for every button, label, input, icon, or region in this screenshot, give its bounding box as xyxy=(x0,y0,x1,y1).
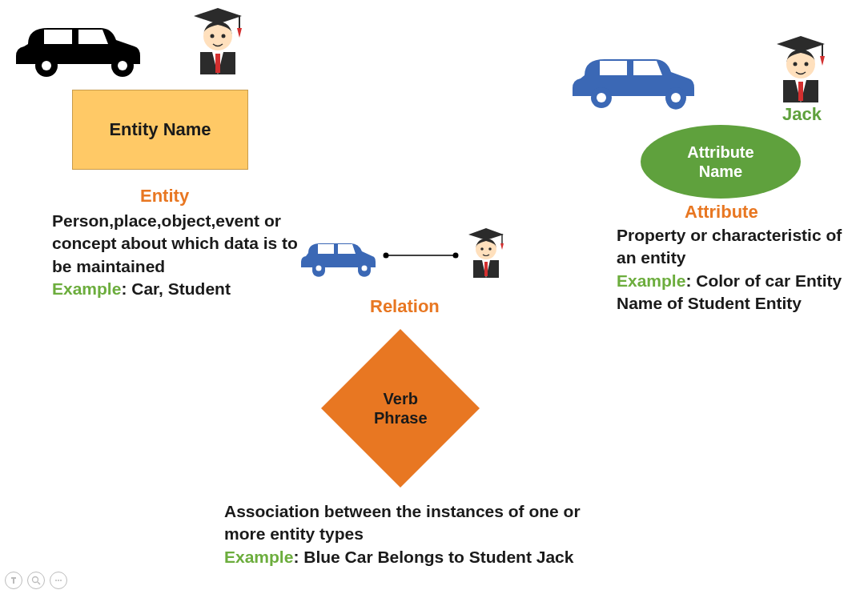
diamond-label-2: Phrase xyxy=(374,409,428,427)
svg-point-23 xyxy=(316,266,322,271)
black-car-icon xyxy=(8,8,144,84)
svg-rect-30 xyxy=(484,262,488,276)
svg-point-8 xyxy=(222,34,226,38)
svg-point-19 xyxy=(805,62,809,66)
svg-point-3 xyxy=(118,61,127,70)
attribute-ellipse-label-1: Attribute xyxy=(687,142,753,162)
relation-example-text: : Blue Car Belongs to Student Jack xyxy=(293,548,573,566)
attribute-description: Property or characteristic of an entity … xyxy=(617,224,857,315)
svg-rect-20 xyxy=(798,42,803,46)
svg-point-36 xyxy=(33,577,38,583)
svg-point-39 xyxy=(58,580,59,581)
attribute-ellipse-label-2: Name xyxy=(699,162,742,181)
entity-title: Entity xyxy=(140,186,189,207)
svg-point-14 xyxy=(671,93,681,102)
relation-title: Relation xyxy=(370,296,440,317)
svg-point-40 xyxy=(60,580,62,581)
svg-point-27 xyxy=(384,253,389,259)
entity-description: Person,place,object,event or concept abo… xyxy=(52,210,308,300)
attribute-ellipse: Attribute Name xyxy=(641,125,801,199)
svg-rect-9 xyxy=(215,14,220,18)
svg-point-28 xyxy=(453,253,459,259)
svg-point-18 xyxy=(794,62,798,66)
svg-rect-34 xyxy=(484,233,488,236)
svg-line-37 xyxy=(38,582,40,584)
attribute-title: Attribute xyxy=(685,202,758,223)
small-student-icon xyxy=(463,226,509,279)
student-icon xyxy=(186,4,250,76)
relation-diamond: Verb Phrase xyxy=(320,328,480,488)
svg-rect-5 xyxy=(215,54,220,73)
svg-point-33 xyxy=(488,247,492,251)
bottom-toolbar xyxy=(5,572,67,589)
blue-car-icon xyxy=(565,42,697,115)
svg-rect-16 xyxy=(798,82,803,101)
entity-example-label: Example xyxy=(52,279,121,298)
relation-example-label: Example xyxy=(224,548,293,566)
more-icon[interactable] xyxy=(50,572,67,589)
entity-example-text: : Car, Student xyxy=(121,279,231,298)
entity-box-label: Entity Name xyxy=(109,119,211,140)
tool-icon-1[interactable] xyxy=(5,572,22,589)
attribute-example-label: Example xyxy=(617,271,685,290)
small-blue-car-icon xyxy=(296,232,376,280)
student-jack-icon xyxy=(769,32,833,104)
svg-point-12 xyxy=(597,93,606,102)
entity-rectangle: Entity Name xyxy=(72,90,248,170)
svg-point-38 xyxy=(55,580,57,581)
svg-point-7 xyxy=(211,34,215,38)
jack-label: Jack xyxy=(782,104,822,125)
relation-connector-line xyxy=(383,248,459,256)
diamond-label-1: Verb xyxy=(383,390,417,407)
relation-description: Association between the instances of one… xyxy=(224,500,625,568)
svg-point-1 xyxy=(42,61,51,70)
svg-point-25 xyxy=(362,266,368,271)
zoom-icon[interactable] xyxy=(27,572,45,589)
svg-point-32 xyxy=(480,247,484,251)
